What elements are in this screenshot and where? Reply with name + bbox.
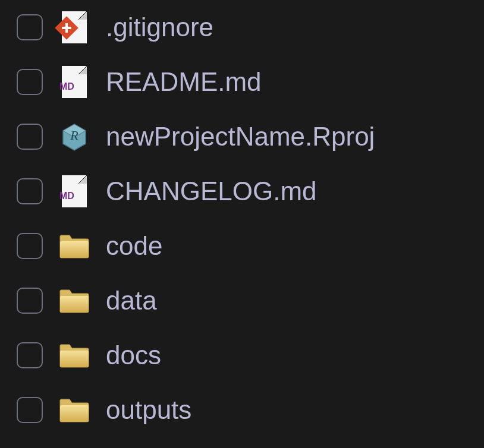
file-list: .gitignore MD README.md R newProjectName… bbox=[0, 0, 484, 437]
git-file-icon bbox=[57, 10, 92, 45]
file-row[interactable]: .gitignore bbox=[0, 0, 484, 55]
file-name-label[interactable]: docs bbox=[106, 340, 161, 370]
checkbox[interactable] bbox=[17, 342, 43, 368]
file-row[interactable]: R newProjectName.Rproj bbox=[0, 109, 484, 164]
folder-icon bbox=[57, 283, 92, 318]
file-name-label[interactable]: code bbox=[106, 231, 162, 261]
file-name-label[interactable]: CHANGELOG.md bbox=[106, 176, 317, 206]
checkbox[interactable] bbox=[17, 14, 43, 40]
markdown-file-icon: MD bbox=[57, 65, 92, 99]
checkbox[interactable] bbox=[17, 397, 43, 423]
file-row[interactable]: MD CHANGELOG.md bbox=[0, 164, 484, 219]
markdown-file-icon: MD bbox=[57, 174, 92, 209]
file-row[interactable]: MD README.md bbox=[0, 55, 484, 109]
checkbox[interactable] bbox=[17, 178, 43, 204]
file-name-label[interactable]: newProjectName.Rproj bbox=[106, 122, 375, 152]
file-row[interactable]: outputs bbox=[0, 383, 484, 437]
checkbox[interactable] bbox=[17, 124, 43, 150]
svg-text:R: R bbox=[70, 128, 78, 143]
checkbox[interactable] bbox=[17, 69, 43, 95]
checkbox[interactable] bbox=[17, 288, 43, 314]
file-name-label[interactable]: data bbox=[106, 286, 157, 316]
file-row[interactable]: code bbox=[0, 219, 484, 273]
file-name-label[interactable]: outputs bbox=[106, 395, 191, 425]
file-row[interactable]: data bbox=[0, 273, 484, 328]
folder-icon bbox=[57, 229, 92, 263]
folder-icon bbox=[57, 338, 92, 373]
file-name-label[interactable]: README.md bbox=[106, 67, 262, 97]
rproj-file-icon: R bbox=[57, 119, 92, 154]
file-row[interactable]: docs bbox=[0, 328, 484, 383]
folder-icon bbox=[57, 393, 92, 427]
checkbox[interactable] bbox=[17, 233, 43, 259]
file-name-label[interactable]: .gitignore bbox=[106, 12, 213, 42]
